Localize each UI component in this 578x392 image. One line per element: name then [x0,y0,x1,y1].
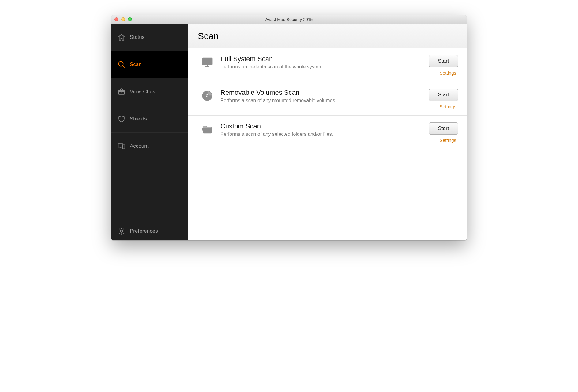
scan-title: Full System Scan [220,55,429,63]
scan-actions: Start Settings [429,55,458,76]
sidebar-item-scan[interactable]: Scan [111,51,188,78]
svg-line-1 [123,66,125,68]
sidebar-item-label: Status [130,34,144,40]
scan-desc: Performs a scan of any selected folders … [220,131,429,137]
svg-point-13 [207,95,208,96]
sidebar-item-account[interactable]: Account [111,133,188,160]
titlebar: Avast Mac Security 2015 [111,15,467,24]
settings-link[interactable]: Settings [440,138,458,143]
chest-icon [118,88,126,96]
zoom-button[interactable] [128,17,132,21]
scan-title: Removable Volumes Scan [220,89,429,97]
sidebar-item-label: Preferences [130,228,158,234]
svg-point-7 [120,230,123,232]
scan-actions: Start Settings [429,89,458,109]
sidebar-item-label: Virus Chest [130,89,157,95]
sidebar-item-label: Scan [130,61,142,68]
window-title: Avast Mac Security 2015 [111,17,467,22]
page-title: Scan [198,31,219,41]
scan-desc: Performs an in-depth scan of the whole s… [220,64,429,70]
home-icon [118,33,126,41]
scan-row-removable-volumes: Removable Volumes Scan Performs a scan o… [188,82,467,116]
window-body: Status Scan [111,24,467,240]
scan-actions: Start Settings [429,122,458,143]
main-area: Scan Full System Scan Performs an in-d [188,24,467,240]
scan-list: Full System Scan Performs an in-depth sc… [188,48,467,149]
scan-title: Custom Scan [220,122,429,130]
settings-link[interactable]: Settings [440,104,458,109]
shield-icon [118,115,126,123]
start-button[interactable]: Start [429,55,458,67]
start-button[interactable]: Start [429,89,458,101]
close-button[interactable] [114,17,118,21]
sidebar-item-virus-chest[interactable]: Virus Chest [111,78,188,105]
gear-icon [118,227,126,235]
sidebar-item-label: Account [130,143,148,149]
folder-icon [201,124,214,135]
sidebar: Status Scan [111,24,188,240]
sidebar-spacer [111,160,188,222]
main-header: Scan [188,24,467,48]
sidebar-item-status[interactable]: Status [111,24,188,51]
svg-point-3 [121,91,122,92]
monitor-icon [201,56,214,68]
traffic-lights [114,17,132,21]
scan-row-full-system: Full System Scan Performs an in-depth sc… [188,48,467,82]
minimize-button[interactable] [121,17,125,21]
app-window: Avast Mac Security 2015 Status [111,15,467,240]
svg-point-0 [118,61,123,66]
search-icon [118,61,126,68]
scan-text: Custom Scan Performs a scan of any selec… [214,122,429,137]
sidebar-item-shields[interactable]: Shields [111,105,188,133]
settings-link[interactable]: Settings [440,70,458,76]
scan-text: Removable Volumes Scan Performs a scan o… [214,89,429,103]
disc-icon [201,90,214,102]
scan-text: Full System Scan Performs an in-depth sc… [214,55,429,70]
start-button[interactable]: Start [429,122,458,135]
svg-rect-8 [202,58,212,65]
devices-icon [118,142,126,150]
sidebar-item-preferences[interactable]: Preferences [111,222,188,240]
scan-row-custom: Custom Scan Performs a scan of any selec… [188,116,467,149]
scan-desc: Performs a scan of any mounted removable… [220,98,429,103]
sidebar-item-label: Shields [130,116,147,122]
svg-rect-4 [118,144,123,147]
